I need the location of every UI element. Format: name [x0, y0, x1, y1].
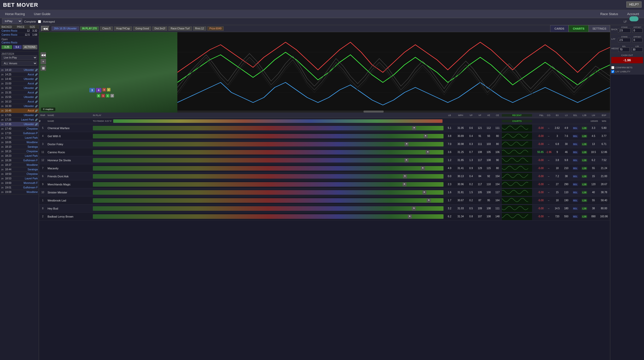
race-item-6[interactable]: 26 15:55 Uttoxeter 🔗	[0, 95, 39, 99]
table-row[interactable]: 8 Hey Bud ⚑ 3.2 31.03 0.5 109 108 111 -5…	[39, 204, 610, 213]
table-row[interactable]: 1 Westbrook Lad ⚑ 1.7 30.67 0.2 87 95 16…	[39, 196, 610, 204]
back-offset-input[interactable]	[632, 28, 642, 33]
l2b-input[interactable]	[631, 47, 643, 52]
table-row[interactable]: 2 Badbad Leroy Brown ⚑ 6.2 31.34 0.8 107…	[39, 213, 610, 221]
map-zoom-icon[interactable]: ◀◀	[41, 52, 46, 58]
cell-vp: 0.9	[467, 167, 475, 170]
inplay-bar: ⚑	[93, 166, 444, 171]
race-item-3[interactable]: 26 15:00 Ascot 🔗	[0, 81, 39, 86]
backed-row-0[interactable]: Camino Rocio 12 3.32	[0, 29, 39, 33]
cell-sparkline	[502, 189, 532, 196]
lf-toggle[interactable]	[629, 16, 638, 21]
race-item-18[interactable]: 26 18:15 Chepstow	[0, 149, 39, 154]
cell-lm: 55	[589, 199, 598, 202]
venue-dropdown[interactable]: ALL Venues	[2, 61, 37, 66]
race-item-11[interactable]: 26 17:25 Laurel Park 🔗	[0, 118, 39, 122]
race-item-26[interactable]: 26 19:01 Gulfstream F	[0, 185, 39, 190]
race-item-17[interactable]: 26 18:10 Saratoga	[0, 145, 39, 149]
cell-l3: 30	[562, 143, 571, 145]
lay-liability-option[interactable]: LAY LIABILITY	[611, 70, 643, 73]
lay-stake-input[interactable]	[618, 38, 631, 42]
cell-sparkline	[502, 181, 532, 188]
win-label: WIN	[598, 120, 610, 122]
prev-race-button[interactable]: ◀◀	[41, 26, 50, 31]
table-row[interactable]: 4 Get With It ⚑ 3.8 30.89 0.4 91 93 80 -…	[39, 132, 610, 140]
cell-vf: 87	[475, 199, 484, 202]
cell-name: Chemical Warfare	[47, 127, 92, 130]
race-item-21[interactable]: 26 18:37 Woodbine	[0, 163, 39, 167]
cell-num: 9	[39, 183, 47, 186]
cell-num: 10	[39, 191, 47, 194]
race-item-1[interactable]: 26 14:25 Ascot 🔗	[0, 72, 39, 77]
help-button[interactable]: HELP?	[626, 2, 641, 8]
race-item-12[interactable]: 26 17:35 Uttoxeter 🔗	[0, 122, 39, 127]
cell-name: Get With It	[47, 135, 92, 138]
backed-row-1[interactable]: Camino Rocio 12.5 1.68	[0, 33, 39, 37]
race-item-7[interactable]: 26 16:10 Ascot 🔗	[0, 99, 39, 104]
b2l-input[interactable]	[618, 47, 630, 52]
table-row[interactable]: 3 Doctor Foley ⚑ 7.0 30.98 0.3 111 103 8…	[39, 140, 610, 148]
actions-button[interactable]: ACTIONS	[23, 45, 37, 49]
race-item-25[interactable]: 26 19:00 Monmouth F	[0, 181, 39, 185]
cell-sparkline	[502, 125, 532, 132]
lay-offset-input[interactable]	[632, 38, 642, 42]
cell-lb: 6.2	[445, 215, 455, 218]
race-item-0[interactable]: 26 14:10 Uttoxeter 🔗	[0, 68, 39, 72]
table-row[interactable]: 5 Chemical Warfare ⚑ 5.1 31.05 0.6 121 1…	[39, 124, 610, 132]
table-row[interactable]: 10 Sinister Minister ⚑ 1.6 31.81 1.5 105…	[39, 188, 610, 196]
price-box-1[interactable]: 3.25	[2, 45, 12, 49]
confirm-bets-option[interactable]: CONFIRM BETS	[611, 66, 643, 69]
chart-scrollbar-thumb[interactable]	[364, 111, 384, 113]
cell-bsp: 38.78	[598, 191, 610, 194]
main-nav: Horse Racing User Guide Race Status Acco…	[0, 10, 644, 18]
chart-scrollbar[interactable]	[177, 111, 610, 113]
cell-lb: 4.9	[445, 167, 455, 170]
table-row[interactable]: 12 Honneur De Sivola ⚑ 1.2 31.85 1.3 117…	[39, 156, 610, 164]
cash-out-value[interactable]: -1.96	[611, 57, 643, 63]
back-section: BACK STAKE OFFSET	[610, 25, 644, 35]
map-add-icon[interactable]: +	[41, 59, 46, 64]
race-item-20[interactable]: 26 18:28 Gulfstream F	[0, 158, 39, 163]
settings-tab[interactable]: SETTINGS	[589, 25, 610, 32]
mode-dropdown[interactable]: Live In-Play	[2, 55, 37, 60]
race-item-15[interactable]: 26 17:56 Laurel Park	[0, 136, 39, 140]
cell-b2l: B2L	[571, 127, 580, 129]
race-item-2[interactable]: 26 14:45 Uttoxeter 🔗	[0, 77, 39, 81]
race-item-27[interactable]: 26 19:09 Woodbine	[0, 190, 39, 194]
charts-tab[interactable]: CHARTS	[569, 25, 589, 32]
nav-race-status[interactable]: Race Status	[598, 11, 620, 17]
table-row[interactable]: 11 Camino Rocio ⚑ 3.6 31.25 0.7 108 105 …	[39, 148, 610, 156]
race-item-14[interactable]: 26 17:55 Gulfstream P	[0, 131, 39, 136]
inplay-bar: ⚑	[93, 214, 444, 219]
nav-user-guide[interactable]: User Guide	[32, 11, 53, 17]
race-item-13[interactable]: 26 17:40 Chepstow	[0, 127, 39, 131]
race-item-24[interactable]: 26 18:53 Laurel Park	[0, 176, 39, 181]
race-item-5[interactable]: 26 15:35 Ascot 🔗	[0, 90, 39, 95]
race-item-19[interactable]: 26 18:23 Laurel Park	[0, 154, 39, 158]
confirm-bets-checkbox[interactable]	[611, 66, 614, 69]
race-item-4[interactable]: 26 15:20 Uttoxeter 🔗	[0, 86, 39, 90]
race-item-23[interactable]: 26 18:50 Chepstow	[0, 172, 39, 176]
averaged-checkbox[interactable]	[38, 20, 41, 23]
lay-liability-checkbox[interactable]	[611, 70, 614, 73]
cell-inplay: ⚑	[92, 166, 445, 171]
map-layer-icon[interactable]: ▦	[41, 65, 46, 71]
table-row[interactable]: 9 Meechlands Magic ⚑ 2.3 30.96 0.2 117 1…	[39, 180, 610, 188]
table-row[interactable]: 7 Macavity ⚑ 4.9 31.41 0.9 129 115 80 -5…	[39, 164, 610, 172]
nav-horse-racing[interactable]: Horse Racing	[3, 11, 27, 17]
race-item-22[interactable]: 26 18:44 Saratoga	[0, 167, 39, 172]
race-item-9[interactable]: 26 16:45 Ascot 🔗	[0, 109, 39, 113]
race-item-16[interactable]: 26 18:05 Woodbine	[0, 140, 39, 145]
race-item-10[interactable]: 26 17:05 Uttoxeter 🔗	[0, 113, 39, 118]
cell-sparkline	[502, 197, 532, 204]
table-row[interactable]: 6 Friends Dont Ask ⚑ 0.0 30.13 0.4 84 92…	[39, 172, 610, 180]
race-list: 26 14:10 Uttoxeter 🔗 26 14:25 Ascot 🔗 26…	[0, 68, 39, 360]
mode-select[interactable]: InPlay	[2, 18, 22, 24]
options-section: CONFIRM BETS LAY LIABILITY	[610, 65, 644, 75]
race-item-8[interactable]: 26 16:30 Uttoxeter 🔗	[0, 104, 39, 109]
cards-tab[interactable]: CARDS	[550, 25, 569, 32]
nav-account[interactable]: Account	[625, 11, 641, 17]
cell-vp: 0.2	[467, 183, 475, 186]
price-box-2[interactable]: 9.4	[13, 45, 22, 49]
back-stake-input[interactable]	[618, 28, 631, 33]
